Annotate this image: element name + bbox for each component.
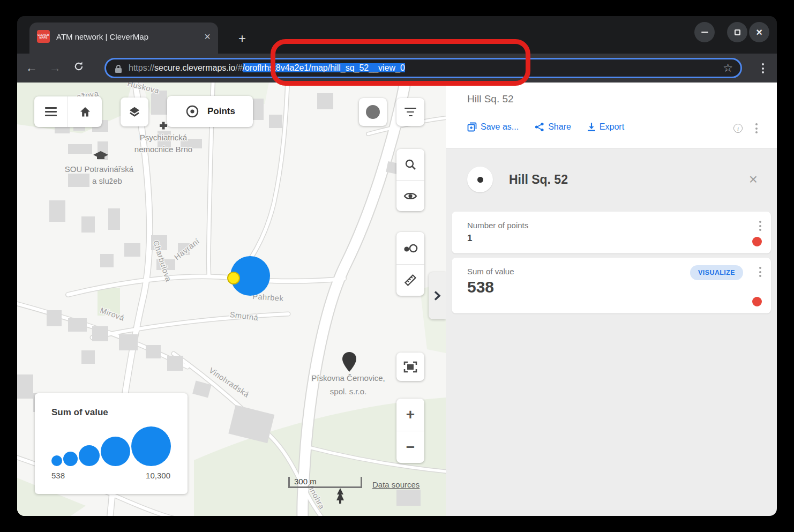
- poi-label: nemocnice Brno: [134, 145, 192, 154]
- home-icon: [79, 106, 92, 118]
- circle-sizes-icon: [402, 242, 418, 254]
- minimize-button[interactable]: [694, 22, 715, 42]
- minimize-icon: [701, 32, 708, 33]
- close-selection-icon[interactable]: ×: [749, 173, 758, 186]
- measure-button[interactable]: [396, 264, 424, 296]
- ruler-icon: [403, 273, 418, 288]
- filter-button[interactable]: [396, 98, 424, 126]
- basemap-style-button[interactable]: [359, 98, 387, 126]
- poi-label: a služeb: [92, 176, 122, 185]
- points-layer-button[interactable]: Points: [167, 96, 253, 127]
- bubble-measure-group: [396, 232, 424, 296]
- legend-bubble: [63, 452, 78, 466]
- browser-window: CLEVERMAPS ATM network | CleverMap × + ×…: [17, 16, 777, 516]
- save-as-icon: [467, 122, 477, 132]
- legend-bubble: [79, 445, 100, 466]
- tab-title: ATM network | CleverMap: [56, 32, 201, 41]
- hospital-cross-icon: [160, 122, 167, 130]
- zoom-out-button[interactable]: −: [396, 431, 424, 463]
- circle-dot-icon: [185, 104, 200, 119]
- street-label: Smutná: [229, 310, 259, 322]
- reload-button[interactable]: [70, 61, 88, 75]
- legend-bubbles: [51, 420, 171, 466]
- save-as-button[interactable]: Save as...: [467, 122, 519, 132]
- zoom-in-icon: +: [406, 406, 415, 423]
- legend-bubble: [101, 437, 130, 466]
- indicator-color-dot[interactable]: [752, 297, 762, 306]
- scale-label: 300 m: [294, 477, 317, 486]
- browser-tab[interactable]: CLEVERMAPS ATM network | CleverMap ×: [29, 23, 218, 54]
- main-menu-button[interactable]: [34, 96, 68, 127]
- clevermaps-favicon: CLEVERMAPS: [37, 30, 50, 43]
- tab-strip: CLEVERMAPS ATM network | CleverMap × + ×: [17, 16, 777, 54]
- hamburger-icon: [45, 107, 57, 116]
- layers-icon: [128, 105, 141, 119]
- search-visibility-group: [396, 149, 424, 211]
- fit-bounds-button[interactable]: [396, 353, 424, 381]
- points-button-label: Points: [207, 106, 235, 117]
- new-tab-button[interactable]: +: [234, 31, 250, 47]
- share-icon: [535, 122, 544, 132]
- selected-point-marker[interactable]: [228, 272, 239, 284]
- url-selected-text: /oroflrhst8v4a2e1/map/hill_sq_52__view_0: [243, 63, 405, 72]
- point-avatar: [467, 167, 493, 192]
- layers-button[interactable]: [121, 98, 148, 126]
- legend-min-value: 538: [51, 471, 65, 480]
- indicator-value: 1: [467, 233, 760, 244]
- menu-home-group: [34, 96, 102, 127]
- point-dot-icon: [477, 177, 483, 183]
- legend-max-value: 10,300: [146, 471, 170, 480]
- poi-label: SOU Potravinářská: [65, 164, 134, 174]
- export-button[interactable]: Export: [587, 122, 624, 132]
- ssl-lock-icon: [115, 64, 122, 73]
- indicator-color-dot[interactable]: [752, 237, 762, 246]
- back-button[interactable]: ←: [23, 61, 41, 75]
- poi-label: Pískovna Černovice,: [311, 373, 385, 383]
- browser-menu-icon[interactable]: [762, 63, 764, 73]
- legend-bubble: [51, 455, 62, 466]
- indicator-label: Number of points: [467, 221, 760, 230]
- data-sources-link[interactable]: Data sources: [372, 480, 420, 489]
- map-search-button[interactable]: [396, 149, 424, 180]
- export-download-icon: [587, 122, 596, 132]
- map-scale-bar: 300 m: [288, 477, 362, 488]
- forward-button[interactable]: →: [46, 61, 64, 75]
- poi-label: spol. s.r.o.: [330, 387, 366, 396]
- filter-icon: [405, 108, 416, 117]
- card-kebab-icon[interactable]: [759, 267, 761, 277]
- eye-icon: [403, 191, 417, 201]
- maximize-button[interactable]: [727, 22, 747, 42]
- reload-icon: [73, 61, 84, 72]
- fit-bounds-icon: [403, 361, 418, 373]
- indicator-card-sum-of-value: Sum of value 538 VISUALIZE: [452, 258, 771, 313]
- legend-bubble: [131, 426, 171, 466]
- info-icon[interactable]: i: [733, 124, 743, 133]
- maximize-icon: [735, 29, 740, 35]
- panel-collapse-tab[interactable]: [429, 272, 446, 319]
- view-options-kebab-icon[interactable]: [755, 123, 758, 133]
- bubble-legend: Sum of value 538 10,300: [35, 393, 188, 494]
- details-panel: Hill Sq. 52 Save as...: [446, 83, 777, 516]
- export-label: Export: [600, 122, 624, 132]
- view-title: Hill Sq. 52: [467, 93, 777, 105]
- url-text[interactable]: https://secure.clevermaps.io/#/oroflrhst…: [129, 63, 717, 73]
- panel-header: Hill Sq. 52 Save as...: [446, 83, 777, 148]
- address-bar[interactable]: https://secure.clevermaps.io/#/oroflrhst…: [104, 58, 742, 78]
- card-kebab-icon[interactable]: [759, 221, 761, 231]
- poi-label: Psychiatrická: [140, 133, 188, 142]
- indicator-card-number-of-points: Number of points 1: [452, 212, 771, 253]
- map-container: Huskova ežova Charbulova Havraní Pahrbek…: [17, 83, 446, 516]
- bubble-size-button[interactable]: [396, 233, 424, 264]
- share-button[interactable]: Share: [535, 122, 571, 132]
- visualize-button[interactable]: VISUALIZE: [690, 265, 743, 280]
- zoom-in-button[interactable]: +: [396, 399, 424, 431]
- close-button[interactable]: ×: [749, 22, 769, 42]
- legend-title: Sum of value: [51, 407, 171, 418]
- visibility-button[interactable]: [396, 180, 424, 211]
- bookmark-star-icon[interactable]: ☆: [723, 62, 733, 74]
- panel-body: Hill Sq. 52 × Number of points 1 Sum of …: [446, 148, 777, 318]
- tab-close-icon[interactable]: ×: [204, 31, 211, 42]
- chevron-right-icon: [433, 290, 441, 301]
- home-button[interactable]: [68, 96, 102, 127]
- zoom-controls: + −: [396, 399, 424, 463]
